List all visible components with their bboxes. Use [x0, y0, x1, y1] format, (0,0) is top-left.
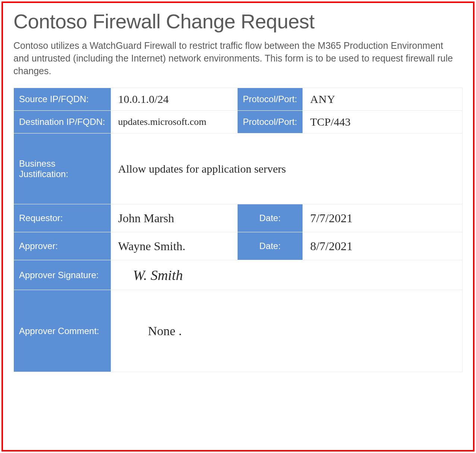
label-source-ip: Source IP/FQDN:: [14, 88, 111, 111]
label-approver: Approver:: [14, 232, 111, 260]
form-table: Source IP/FQDN: 10.0.1.0/24 Protocol/Por…: [13, 88, 463, 372]
label-source-protocol-port: Protocol/Port:: [238, 88, 303, 111]
row-business-justification: Business Justification: Allow updates fo…: [14, 133, 463, 204]
value-source-ip: 10.0.1.0/24: [111, 88, 238, 111]
document-frame: Contoso Firewall Change Request Contoso …: [1, 1, 475, 452]
row-destination: Destination IP/FQDN: updates.microsoft.c…: [14, 111, 463, 133]
document-title: Contoso Firewall Change Request: [13, 10, 463, 33]
value-approver-comment: None .: [111, 290, 463, 372]
row-approver-signature: Approver Signature: W. Smith: [14, 260, 463, 290]
value-dest-protocol-port: TCP/443: [303, 111, 463, 133]
label-requestor-date: Date:: [238, 204, 303, 232]
value-requestor-date: 7/7/2021: [303, 204, 463, 232]
value-dest-ip: updates.microsoft.com: [111, 111, 238, 133]
label-dest-ip: Destination IP/FQDN:: [14, 111, 111, 133]
value-business-justification: Allow updates for application servers: [111, 133, 463, 204]
document-description: Contoso utilizes a WatchGuard Firewall t…: [13, 40, 461, 77]
label-dest-protocol-port: Protocol/Port:: [238, 111, 303, 133]
value-approver-date: 8/7/2021: [303, 232, 463, 260]
row-source: Source IP/FQDN: 10.0.1.0/24 Protocol/Por…: [14, 88, 463, 111]
value-source-protocol-port: ANY: [303, 88, 463, 111]
value-approver: Wayne Smith.: [111, 232, 238, 260]
label-business-justification: Business Justification:: [14, 133, 111, 204]
row-approver-comment: Approver Comment: None .: [14, 290, 463, 372]
label-approver-comment: Approver Comment:: [14, 290, 111, 372]
label-requestor: Requestor:: [14, 204, 111, 232]
row-requestor: Requestor: John Marsh Date: 7/7/2021: [14, 204, 463, 232]
value-requestor: John Marsh: [111, 204, 238, 232]
value-approver-signature: W. Smith: [111, 260, 463, 290]
label-approver-signature: Approver Signature:: [14, 260, 111, 290]
row-approver: Approver: Wayne Smith. Date: 8/7/2021: [14, 232, 463, 260]
label-approver-date: Date:: [238, 232, 303, 260]
